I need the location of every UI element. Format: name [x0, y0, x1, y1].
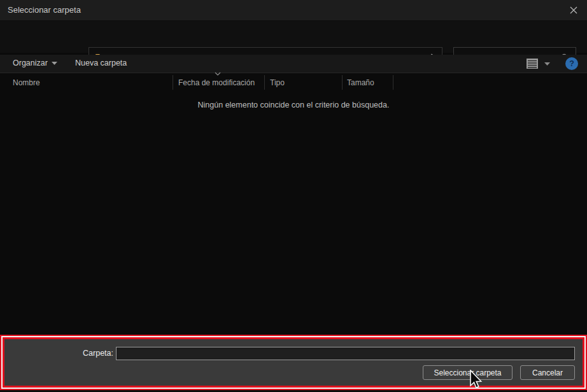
title-bar: Seleccionar carpeta — [0, 0, 587, 20]
column-divider[interactable] — [173, 75, 173, 90]
column-header-tamano[interactable]: Tamaño — [347, 78, 374, 87]
highlight-annotation-box — [0, 335, 587, 390]
mouse-cursor-icon — [469, 370, 483, 390]
sort-ascending-icon — [215, 72, 221, 76]
cancel-label: Cancelar — [532, 368, 563, 377]
column-header-fecha[interactable]: Fecha de modificación — [178, 78, 255, 87]
close-button[interactable] — [565, 3, 582, 18]
empty-list-message: Ningún elemento coincide con el criterio… — [0, 101, 587, 109]
footer-panel — [3, 337, 584, 388]
highlight-annotation-white-ring — [1, 336, 586, 389]
new-folder-label: Nueva carpeta — [75, 59, 127, 67]
new-folder-button[interactable]: Nueva carpeta — [75, 59, 127, 67]
details-view-icon — [526, 58, 539, 69]
navigation-bar: ← → ↑ Descargas — [0, 21, 587, 53]
chevron-down-icon — [544, 62, 550, 66]
column-header-nombre[interactable]: Nombre — [13, 78, 40, 87]
dropdown-caret-icon — [52, 62, 57, 65]
column-divider[interactable] — [393, 75, 393, 90]
organize-menu-button[interactable]: Organizar — [13, 59, 57, 67]
folder-name-input[interactable] — [116, 347, 575, 360]
organize-label: Organizar — [13, 59, 48, 67]
close-icon — [570, 6, 577, 14]
select-folder-dialog: Seleccionar carpeta ← → ↑ — [0, 0, 587, 392]
window-title: Seleccionar carpeta — [8, 5, 81, 15]
command-toolbar: Organizar Nueva carpeta ? — [0, 55, 587, 73]
list-column-headers: Nombre Fecha de modificación Tipo Tamaño — [0, 75, 587, 90]
help-button[interactable]: ? — [565, 57, 578, 70]
column-divider[interactable] — [264, 75, 265, 90]
select-folder-label: Seleccionar carpeta — [434, 368, 501, 377]
view-mode-dropdown[interactable] — [544, 62, 550, 66]
select-folder-button[interactable]: Seleccionar carpeta — [423, 365, 513, 380]
column-header-tipo[interactable]: Tipo — [270, 78, 285, 87]
help-icon: ? — [569, 59, 574, 68]
column-divider[interactable] — [342, 75, 343, 90]
view-mode-button[interactable] — [526, 58, 539, 69]
cancel-button[interactable]: Cancelar — [520, 365, 575, 380]
folder-field-label: Carpeta: — [38, 349, 113, 358]
